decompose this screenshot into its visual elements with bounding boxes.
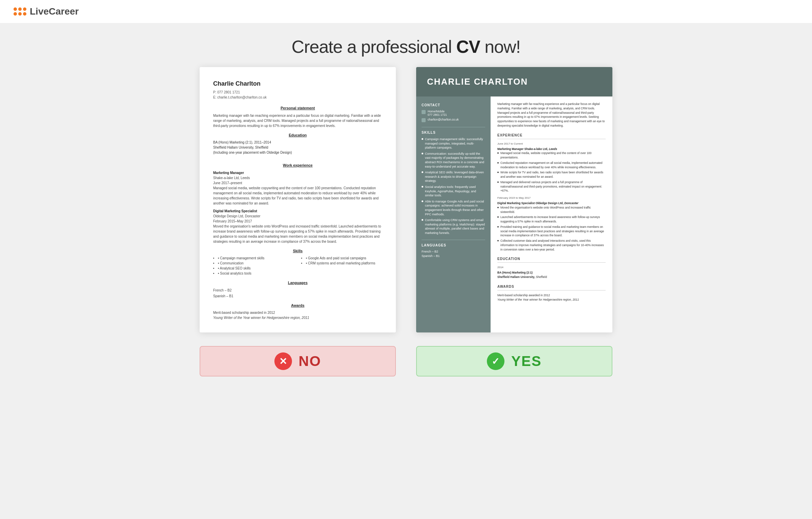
logo-dots (14, 7, 26, 16)
headline-text-start: Create a professional (292, 37, 456, 57)
cv-left-job1-company: Shake-a-lake Ltd, Leeds (213, 175, 382, 180)
cv-left-job1-dates: June 2017–present (213, 180, 382, 186)
cv-right-contact-email: charlton@charlton.co.uk (422, 118, 485, 122)
cv-right-phone-text: Home/Mobile 077 2801 1721 (428, 110, 447, 116)
cv-left-skill-2: • Communication (213, 261, 294, 266)
cv-right-skill-5: Able to manage Google Ads and paid socia… (422, 199, 485, 216)
cv-right-edu-year: 2014 (497, 265, 606, 269)
yes-check-icon: ✓ (492, 356, 499, 367)
logo-career: Career (49, 6, 79, 17)
cv-left-job1-desc: Managed social media, website copywritin… (213, 186, 382, 206)
bullet-dot (422, 200, 423, 202)
cv-left-award1: Merit-based scholarship awarded in 2012 (213, 310, 382, 315)
sidebar-divider-1 (422, 127, 485, 127)
logo-dot-3 (23, 7, 26, 11)
cv-left-lang1: French – B2 (213, 288, 382, 293)
bullet-dot (497, 216, 499, 218)
cv-left-work-title: Work experience (213, 163, 382, 168)
cv-right-edu-university: Sheffield Hallam University, Sheffield (497, 275, 606, 279)
no-label: NO (299, 353, 321, 369)
cv-left-skills-title: Skills (213, 248, 382, 254)
yes-label: YES (511, 353, 542, 369)
headline: Create a professional CV now! (0, 23, 812, 67)
logo: LiveCareer (14, 6, 79, 17)
cv-right-skill-3: Analytical SEO skills: leveraged data-dr… (422, 170, 485, 183)
cv-left-skills-grid: • Campaign management skills • Communica… (213, 256, 382, 276)
cv-right-skill-1: Campaign management skills: successfully… (422, 137, 485, 150)
bullet-dot (422, 219, 423, 221)
logo-dot-4 (14, 12, 17, 16)
cv-left-award2: Young Writer of the Year winner for Hedg… (213, 315, 382, 320)
phone-icon (422, 110, 426, 114)
cv-left-email: E: charlie.t.charlton@charlton.co.uk (213, 95, 382, 100)
cv-right-job2-bullet-3: Provided training and guidance to social… (497, 225, 606, 238)
cv-left-job2-dates: February 2015–May 2017 (213, 219, 382, 224)
bottom-buttons: ✕ NO ✓ YES (0, 346, 812, 390)
cv-right-panel: CHARLIE CHARLTON CONTACT Home/Mobile 077… (416, 67, 612, 332)
cv-right-awards-title: AWARDS (497, 284, 606, 290)
cv-left-job2-desc: Moved the organisation's website onto Wo… (213, 224, 382, 244)
cv-right-lang1: French – B2 (422, 250, 485, 253)
logo-dot-1 (14, 7, 17, 11)
cv-right-skill-2: Communication: successfully up-sold the … (422, 152, 485, 169)
cv-right-job1-title: Marketing Manager Shake-a-lake Ltd, Leed… (497, 147, 606, 151)
cv-left-skill-1: • Campaign management skills (213, 256, 294, 261)
cv-left-job2-company: Oldedge Design Ltd, Doncaster (213, 214, 382, 219)
cv-left-name: Charlie Charlton (213, 79, 382, 88)
cv-right-job1-bullet-1: Managed social media, website copywritin… (497, 151, 606, 160)
cvs-container: Charlie Charlton P: 077 2801 1721 E: cha… (0, 67, 812, 346)
bullet-dot (497, 172, 499, 173)
cv-right-job1-dates: June 2017 to Current (497, 142, 606, 146)
cv-right-skill-6: Comfortable using CRM systems and email … (422, 218, 485, 235)
bullet-dot (422, 171, 423, 173)
bullet-dot (497, 240, 499, 241)
cv-right-award2: Young Writer of the Year winner for Hedg… (497, 298, 606, 302)
yes-button-panel[interactable]: ✓ YES (416, 346, 612, 376)
headline-bold: CV (456, 37, 480, 57)
logo-dot-5 (18, 12, 22, 16)
logo-dot-2 (18, 7, 22, 11)
no-circle-icon: ✕ (274, 352, 292, 370)
cv-left-job1-title: Marketing Manager (213, 170, 382, 175)
cv-right-lang2: Spanish – B1 (422, 254, 485, 258)
cv-left-skill-3: • Analytical SEO skills (213, 266, 294, 271)
bullet-dot (422, 153, 423, 154)
bullet-dot (497, 226, 499, 228)
bullet-dot (497, 162, 499, 164)
cv-right-skill-4: Social analytics tools: frequently used … (422, 185, 485, 198)
cv-left-edu-title: Education (213, 132, 382, 138)
cv-right-exp-title: EXPERIENCE (497, 133, 606, 139)
cv-left-lang2: Spanish – B1 (213, 294, 382, 299)
cv-left-contact: P: 077 2801 1721 E: charlie.t.charlton@c… (213, 90, 382, 100)
cv-left-personal-title: Personal statement (213, 105, 382, 111)
cv-left-skill-4: • Social analytics tools (213, 271, 294, 276)
cv-right-lang-title: LANGUAGES (422, 243, 485, 247)
cv-right-personal: Marketing manager with far-reaching expe… (497, 102, 606, 128)
cv-right-job1-bullet-2: Conducted reputation management on all s… (497, 161, 606, 170)
no-x-icon: ✕ (279, 356, 287, 367)
cv-left-edu-line3: (Including one-year placement with Olded… (213, 150, 382, 155)
cv-right-job2-dates: February 2015 to May 2017 (497, 196, 606, 200)
bullet-dot (497, 207, 499, 208)
cv-left-job2-title: Digital Marketing Specialist (213, 209, 382, 214)
cv-right-job1-bullet-3: Wrote scripts for TV and radio, two radi… (497, 170, 606, 179)
bullet-dot (422, 186, 423, 188)
cv-right-edu-title: EDUCATION (497, 256, 606, 263)
yes-circle-icon: ✓ (487, 352, 504, 370)
cv-right-header: CHARLIE CHARLTON (416, 67, 612, 96)
email-icon (422, 118, 426, 122)
cv-right-contact-phone: Home/Mobile 077 2801 1721 (422, 110, 485, 116)
cv-right-body: CONTACT Home/Mobile 077 2801 1721 charlt… (416, 96, 612, 332)
cv-right-edu-degree: BA (Hons) Marketing (2:1) (497, 271, 606, 275)
cv-right-job2-bullet-1: Moved the organisation's website onto Wo… (497, 206, 606, 214)
sidebar-divider-2 (422, 240, 485, 240)
cv-right-award1: Merit-based scholarship awarded in 2012 (497, 293, 606, 298)
cv-left-skill-5: • Google Ads and paid social campaigns (301, 256, 382, 261)
logo-dot-6 (23, 12, 26, 16)
cv-left-edu-line1: BA (Hons) Marketing (2:1), 2011–2014 (213, 140, 382, 145)
no-button-panel[interactable]: ✕ NO (200, 346, 396, 376)
cv-left-edu-line2: Sheffield Hallam University, Sheffield (213, 145, 382, 150)
cv-right-contact-title: CONTACT (422, 103, 485, 107)
bullet-dot (422, 138, 423, 140)
cv-left-skill-6: • CRM systems and email marketing platfo… (301, 261, 382, 266)
